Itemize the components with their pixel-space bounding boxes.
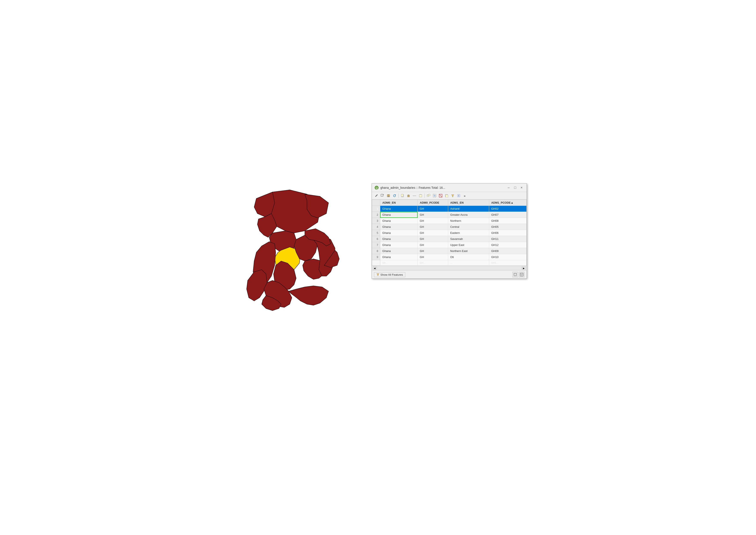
adm1-pcode-cell[interactable]: GH12 — [489, 242, 526, 248]
minimize-button[interactable]: – — [506, 185, 511, 190]
svg-rect-5 — [388, 196, 389, 197]
adm0-pcode-cell[interactable]: GH... — [418, 260, 448, 266]
attribute-table-window: Q ghana_admin_boundaries :: Features Tot… — [372, 183, 527, 279]
select-all-btn[interactable] — [432, 193, 437, 198]
adm1-pcode-header[interactable]: ADM1_PCODE▲ — [489, 200, 526, 206]
adm0-en-cell[interactable]: Ghana — [380, 242, 418, 248]
table-row[interactable]: 3GhanaGHNorthernGH08 — [372, 218, 526, 224]
paste-icon — [419, 194, 422, 197]
svg-marker-24 — [451, 195, 454, 197]
table-row[interactable]: 8GhanaGHNorthern EastGH09 — [372, 248, 526, 254]
svg-rect-2 — [381, 194, 383, 196]
adm1-en-cell[interactable]: Greater Accra — [448, 212, 489, 218]
scroll-left-btn[interactable]: ◀ — [373, 266, 377, 270]
adm0-pcode-cell[interactable]: GH — [418, 254, 448, 260]
adm1-en-cell[interactable]: Eastern — [448, 230, 489, 236]
svg-line-21 — [440, 195, 442, 197]
adm0-en-cell[interactable]: Ghana — [380, 212, 418, 218]
adm1-pcode-cell[interactable]: GH08 — [489, 218, 526, 224]
adm1-en-cell[interactable]: Oti — [448, 254, 489, 260]
adm0-pcode-cell[interactable]: GH — [418, 218, 448, 224]
zoom-to-selection-btn[interactable] — [426, 193, 431, 198]
adm0-en-cell[interactable]: Gh... — [380, 260, 418, 266]
adm0-pcode-cell[interactable]: GH — [418, 242, 448, 248]
filter-icon — [451, 194, 454, 197]
adm1-pcode-cell[interactable]: GH05 — [489, 224, 526, 230]
table-row[interactable]: ...Gh...GH......GH1... — [372, 260, 526, 266]
adm0-en-cell[interactable]: Ghana — [380, 224, 418, 230]
adm0-en-cell[interactable]: Ghana — [380, 236, 418, 242]
adm0-pcode-header[interactable]: ADM0_PCODE — [418, 200, 448, 206]
adm0-pcode-cell[interactable]: GH — [418, 236, 448, 242]
adm0-pcode-cell[interactable]: GH — [418, 248, 448, 254]
adm1-pcode-cell[interactable]: GH10 — [489, 254, 526, 260]
adm0-en-cell[interactable]: Ghana — [380, 254, 418, 260]
adm1-en-cell[interactable]: Northern East — [448, 248, 489, 254]
adm1-en-cell[interactable]: Upper East — [448, 242, 489, 248]
add-feature-btn[interactable]: — — [412, 193, 417, 198]
adm1-en-cell[interactable]: Savannah — [448, 236, 489, 242]
adm0-en-cell[interactable]: Ghana — [380, 206, 418, 212]
adm1-en-cell[interactable]: Ashanti — [448, 206, 489, 212]
scroll-right-btn[interactable]: ▶ — [522, 266, 526, 270]
adm1-pcode-cell[interactable]: GH02 — [489, 206, 526, 212]
undock-btn[interactable] — [519, 272, 525, 277]
adm1-en-cell[interactable]: ... — [448, 260, 489, 266]
table-row[interactable]: 1GhanaGHAshantiGH02 — [372, 206, 526, 212]
adm1-en-cell[interactable]: Central — [448, 224, 489, 230]
adm1-en-cell[interactable]: Northern — [448, 218, 489, 224]
paste-btn[interactable] — [418, 193, 423, 198]
adm0-en-cell[interactable]: Ghana — [380, 248, 418, 254]
adm0-en-header[interactable]: ADM0_EN — [380, 200, 418, 206]
copy-to-clipboard-btn[interactable] — [400, 193, 405, 198]
adm0-pcode-cell[interactable]: GH — [418, 224, 448, 230]
horizontal-scrollbar[interactable]: ◀ ▶ — [372, 266, 526, 270]
deselect-btn[interactable] — [438, 193, 444, 198]
field-calculator-btn[interactable]: Σ — [456, 193, 462, 198]
row-number-cell: ... — [372, 260, 380, 266]
table-row[interactable]: 4GhanaGHCentralGH05 — [372, 224, 526, 230]
dock-btn[interactable] — [512, 272, 518, 277]
title-bar-left: Q ghana_admin_boundaries :: Features Tot… — [374, 185, 446, 190]
adm1-pcode-cell[interactable]: GH09 — [489, 248, 526, 254]
more-options-btn[interactable]: » — [462, 193, 468, 198]
show-features-label: Show All Features — [381, 273, 403, 276]
adm1-pcode-cell[interactable]: GH06 — [489, 230, 526, 236]
adm0-en-cell[interactable]: Ghana — [380, 218, 418, 224]
close-button[interactable]: × — [519, 185, 524, 190]
reload-btn[interactable] — [392, 193, 397, 198]
svg-rect-19 — [434, 195, 435, 197]
adm1-pcode-cell[interactable]: GH07 — [489, 212, 526, 218]
show-all-features-btn[interactable]: Show All Features — [374, 272, 405, 277]
table-header-row: ADM0_EN ADM0_PCODE ADM1_EN ADM1_PCODE▲ — [372, 200, 526, 206]
svg-rect-17 — [427, 195, 428, 195]
scroll-track[interactable] — [377, 266, 522, 270]
adm0-pcode-cell[interactable]: GH — [418, 206, 448, 212]
table-row[interactable]: 9GhanaGHOtiGH10 — [372, 254, 526, 260]
adm0-pcode-cell[interactable]: GH — [418, 212, 448, 218]
svg-rect-29 — [514, 275, 517, 276]
adm0-pcode-cell[interactable]: GH — [418, 230, 448, 236]
restore-button[interactable]: □ — [513, 185, 518, 190]
adm1-pcode-cell[interactable]: GH11 — [489, 236, 526, 242]
reload-icon — [393, 194, 396, 197]
title-bar-controls: – □ × — [506, 185, 524, 190]
adm0-en-cell[interactable]: Ghana — [380, 230, 418, 236]
delete-selected-btn[interactable] — [406, 193, 411, 198]
table-row[interactable]: 6GhanaGHSavannahGH11 — [372, 236, 526, 242]
edit-features-btn[interactable] — [380, 193, 385, 198]
row-number-cell: 2 — [372, 212, 380, 218]
filter-funnel-icon — [376, 273, 379, 276]
adm1-pcode-cell[interactable]: GH1... — [489, 260, 526, 266]
ghana-map — [230, 183, 354, 352]
save-icon — [387, 194, 390, 197]
table-row[interactable]: 5GhanaGHEasternGH06 — [372, 230, 526, 236]
save-edits-btn[interactable] — [386, 193, 391, 198]
table-row[interactable]: 2GhanaGHGreater AccraGH07 — [372, 212, 526, 218]
svg-rect-9 — [408, 195, 409, 195]
copy-rows-btn[interactable] — [444, 193, 449, 198]
table-row[interactable]: 7GhanaGHUpper EastGH12 — [372, 242, 526, 248]
adm1-en-header[interactable]: ADM1_EN — [448, 200, 489, 206]
filter-records-btn[interactable] — [450, 193, 455, 198]
edit-toggle-btn[interactable] — [374, 193, 379, 198]
